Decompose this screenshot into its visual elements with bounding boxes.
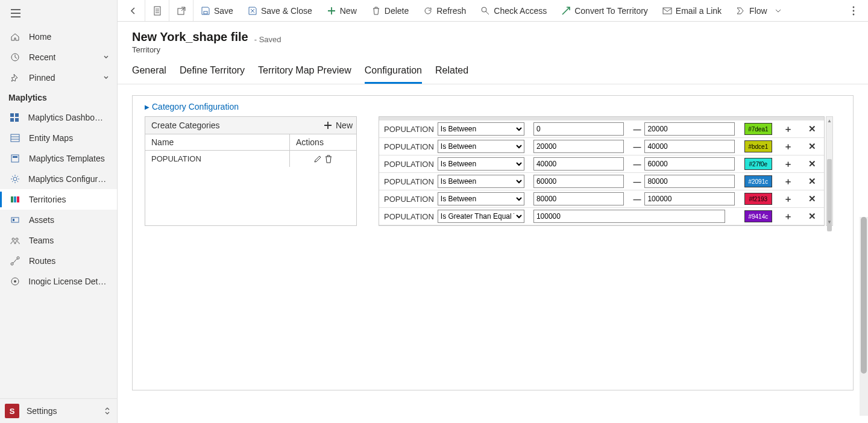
svg-point-26 xyxy=(853,10,855,11)
rule-to-input[interactable] xyxy=(644,175,735,188)
rule-color-chip[interactable]: #9414c xyxy=(744,210,772,222)
email-link-button[interactable]: Email a Link xyxy=(655,0,729,21)
add-rule-button[interactable]: ＋ xyxy=(776,138,800,155)
sidebar-item-label: Teams xyxy=(29,236,54,245)
flow-button[interactable]: Flow xyxy=(729,0,790,21)
svg-point-23 xyxy=(482,7,486,12)
new-label: New xyxy=(340,6,357,16)
sidebar-item-label: Maplytics Dashboard... xyxy=(28,113,107,122)
sidebar-item-label: Recent xyxy=(29,52,55,62)
rule-operator-select[interactable]: Is Between xyxy=(438,140,524,153)
sidebar-item-maplytics-dashboard-[interactable]: Maplytics Dashboard... xyxy=(0,107,117,128)
sidebar-item-inogic-license-details[interactable]: Inogic License Details xyxy=(0,271,117,292)
rule-color-chip[interactable]: #27f0e xyxy=(744,158,772,170)
category-configuration-header[interactable]: ▶ Category Configuration xyxy=(145,102,853,111)
new-button[interactable]: New xyxy=(319,0,364,21)
rule-field: POPULATION xyxy=(379,155,436,173)
tab-configuration[interactable]: Configuration xyxy=(365,65,422,84)
add-rule-button[interactable]: ＋ xyxy=(776,173,800,190)
add-rule-button[interactable]: ＋ xyxy=(776,208,800,225)
tab-define-territory[interactable]: Define Territory xyxy=(180,65,245,84)
remove-rule-button[interactable]: ✕ xyxy=(800,138,824,155)
remove-rule-button[interactable]: ✕ xyxy=(800,173,824,190)
popout-icon xyxy=(177,6,186,16)
save-button[interactable]: Save xyxy=(193,0,241,21)
pencil-icon xyxy=(313,155,322,163)
remove-rule-button[interactable]: ✕ xyxy=(800,155,824,173)
record-status: - Saved xyxy=(254,35,281,44)
refresh-label: Refresh xyxy=(436,6,466,16)
sidebar-item-teams[interactable]: Teams xyxy=(0,230,117,251)
sidebar-item-territories[interactable]: Territories xyxy=(0,189,117,210)
rule-to-input[interactable] xyxy=(644,157,735,171)
settings-area-switcher[interactable]: S Settings xyxy=(0,398,117,423)
svg-rect-9 xyxy=(11,196,13,202)
rule-to-input[interactable] xyxy=(644,140,735,153)
sidebar-item-pinned[interactable]: Pinned xyxy=(0,67,117,88)
record-header: New York_shape file - Saved Territory xyxy=(118,22,868,57)
rule-color-chip[interactable]: #bdce1 xyxy=(744,140,772,152)
rule-to-input[interactable] xyxy=(644,192,735,205)
rule-from-input[interactable] xyxy=(533,192,624,205)
page-scroll-thumb[interactable] xyxy=(861,217,867,374)
remove-rule-button[interactable]: ✕ xyxy=(800,117,824,138)
svg-point-17 xyxy=(17,257,19,259)
add-rule-button[interactable]: ＋ xyxy=(776,117,800,138)
rule-color-chip[interactable]: #7dea1 xyxy=(744,123,772,135)
rule-from-input[interactable] xyxy=(533,157,624,171)
page-scrollbar[interactable] xyxy=(860,217,868,416)
convert-territory-label: Convert To Territory xyxy=(574,6,648,16)
remove-rule-button[interactable]: ✕ xyxy=(800,190,824,208)
tab-territory-map-preview[interactable]: Territory Map Preview xyxy=(258,65,351,84)
delete-button[interactable]: Delete xyxy=(364,0,416,21)
rule-from-input[interactable] xyxy=(533,175,624,188)
delete-category-button[interactable] xyxy=(324,155,333,163)
new-window-button[interactable] xyxy=(169,0,193,21)
add-rule-button[interactable]: ＋ xyxy=(776,190,800,208)
back-button[interactable] xyxy=(121,0,145,21)
convert-territory-button[interactable]: Convert To Territory xyxy=(554,0,655,21)
rule-operator-select[interactable]: Is Between xyxy=(438,175,524,188)
svg-point-15 xyxy=(16,238,18,240)
overflow-button[interactable] xyxy=(843,0,864,21)
rules-table: POPULATIONIs Between—#7dea1＋✕POPULATIONI… xyxy=(379,116,825,226)
rule-operator-select[interactable]: Is Greater Than Equal To xyxy=(438,210,524,223)
remove-rule-button[interactable]: ✕ xyxy=(800,208,824,225)
refresh-button[interactable]: Refresh xyxy=(416,0,473,21)
sidebar-item-assets[interactable]: Assets xyxy=(0,210,117,230)
chevron-down-icon xyxy=(773,6,783,16)
new-category-button[interactable]: New xyxy=(324,121,353,130)
open-record-set-button[interactable] xyxy=(145,0,169,21)
sidebar-item-routes[interactable]: Routes xyxy=(0,251,117,271)
dash-icon: — xyxy=(631,138,643,155)
sidebar-item-home[interactable]: Home xyxy=(0,27,117,47)
sidebar-item-maplytics-templates[interactable]: Maplytics Templates xyxy=(0,148,117,169)
sidebar-item-recent[interactable]: Recent xyxy=(0,47,117,67)
configuration-panel: ▶ Category Configuration Create Categori… xyxy=(132,95,854,390)
tab-related[interactable]: Related xyxy=(435,65,468,84)
list-icon xyxy=(10,133,20,143)
record-title: New York_shape file xyxy=(132,30,248,44)
rule-color-chip[interactable]: #f2193 xyxy=(744,193,772,205)
rules-scrollbar[interactable]: ▲ ▼ xyxy=(826,116,833,226)
rule-operator-select[interactable]: Is Between xyxy=(438,122,524,136)
rule-from-input[interactable] xyxy=(533,122,624,136)
rule-operator-select[interactable]: Is Between xyxy=(438,157,524,171)
sidebar-item-entity-maps[interactable]: Entity Maps xyxy=(0,128,117,148)
sidebar-item-maplytics-configurat-[interactable]: Maplytics Configurat... xyxy=(0,169,117,189)
rule-color-chip[interactable]: #2091c xyxy=(744,175,772,187)
rule-to-input[interactable] xyxy=(644,122,735,136)
rule-field: POPULATION xyxy=(379,190,436,208)
add-rule-button[interactable]: ＋ xyxy=(776,155,800,173)
rule-from-input[interactable] xyxy=(533,140,624,153)
rule-value-input[interactable] xyxy=(533,210,725,223)
edit-category-button[interactable] xyxy=(313,155,322,163)
sidebar-item-label: Maplytics Templates xyxy=(29,154,105,163)
tab-general[interactable]: General xyxy=(132,65,166,84)
email-link-label: Email a Link xyxy=(676,6,722,16)
check-access-button[interactable]: Check Access xyxy=(473,0,554,21)
dash-icon: — xyxy=(631,173,643,190)
save-close-button[interactable]: Save & Close xyxy=(241,0,319,21)
hamburger-button[interactable] xyxy=(0,0,117,27)
rule-operator-select[interactable]: Is Between xyxy=(438,192,524,205)
